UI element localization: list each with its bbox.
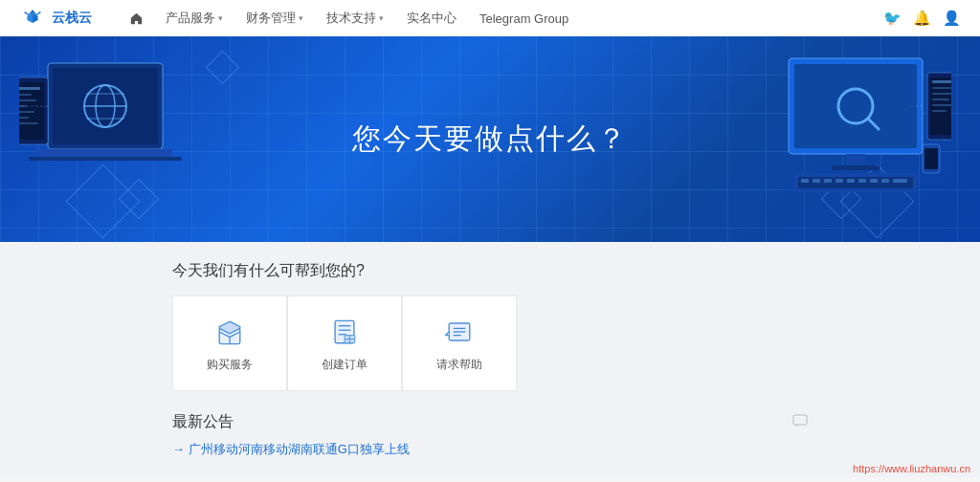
- svg-rect-37: [924, 148, 938, 169]
- monitor-illustration: [760, 54, 951, 221]
- svg-rect-42: [932, 93, 951, 95]
- chevron-down-icon: ▾: [379, 13, 384, 23]
- svg-rect-24: [832, 165, 880, 170]
- announcements-title: 最新公告: [172, 412, 234, 432]
- nav-realname[interactable]: 实名中心: [397, 6, 466, 31]
- hero-title: 您今天要做点什么？: [352, 120, 628, 159]
- svg-rect-12: [19, 94, 32, 96]
- svg-rect-45: [932, 110, 947, 112]
- svg-rect-33: [870, 179, 878, 183]
- box-icon: [212, 315, 247, 349]
- svg-rect-30: [835, 179, 843, 183]
- diamond-decoration: [206, 51, 239, 84]
- svg-rect-32: [858, 179, 866, 183]
- svg-rect-7: [38, 149, 172, 157]
- chat-icon: [792, 414, 808, 430]
- svg-rect-8: [29, 157, 182, 161]
- chevron-down-icon: ▾: [299, 13, 303, 23]
- create-order-label: 创建订单: [322, 357, 368, 373]
- svg-rect-16: [19, 117, 29, 119]
- svg-rect-41: [932, 87, 951, 89]
- nav-support[interactable]: 技术支持 ▾: [317, 6, 393, 31]
- announcements-header: 最新公告: [172, 412, 808, 432]
- svg-rect-27: [801, 179, 809, 183]
- svg-rect-23: [846, 154, 865, 165]
- nav-links: 产品服务 ▾ 财务管理 ▾ 技术支持 ▾ 实名中心 Telegram Group: [121, 6, 883, 31]
- help-icon: [442, 315, 477, 349]
- user-icon[interactable]: 👤: [943, 10, 961, 27]
- buy-service-card[interactable]: 购买服务: [172, 296, 287, 391]
- svg-rect-29: [824, 179, 832, 183]
- navbar: 云栈云 产品服务 ▾ 财务管理 ▾ 技术支持 ▾ 实名中心 Telegram G…: [0, 0, 980, 36]
- svg-rect-28: [813, 179, 820, 183]
- create-order-card[interactable]: 创建订单: [287, 296, 402, 391]
- nav-finance[interactable]: 财务管理 ▾: [236, 6, 313, 31]
- svg-rect-40: [932, 80, 951, 83]
- svg-rect-15: [19, 111, 34, 113]
- nav-products[interactable]: 产品服务 ▾: [156, 6, 233, 31]
- nav-telegram[interactable]: Telegram Group: [470, 8, 578, 30]
- announcement-item[interactable]: 广州移动河南移动湖南联通G口独享上线: [172, 442, 410, 456]
- content-area: 今天我们有什么可帮到您的? 购买服务 创建订单: [0, 242, 980, 477]
- svg-rect-60: [793, 415, 807, 425]
- logo-icon: [19, 8, 46, 29]
- svg-rect-20: [794, 64, 917, 148]
- logo-text: 云栈云: [52, 10, 92, 27]
- service-cards-row: 购买服务 创建订单 请求帮助: [172, 296, 808, 391]
- svg-rect-13: [19, 99, 36, 101]
- request-help-card[interactable]: 请求帮助: [402, 296, 517, 391]
- twitter-icon[interactable]: 🐦: [883, 10, 902, 27]
- chevron-down-icon: ▾: [218, 13, 223, 23]
- nav-home[interactable]: [121, 9, 152, 29]
- request-help-label: 请求帮助: [436, 357, 482, 373]
- logo[interactable]: 云栈云: [19, 8, 92, 29]
- svg-rect-31: [847, 179, 855, 183]
- bell-icon[interactable]: 🔔: [913, 10, 931, 27]
- svg-rect-17: [19, 122, 38, 124]
- hero-banner: 您今天要做点什么？: [0, 36, 980, 242]
- laptop-illustration: [19, 54, 211, 221]
- announcement-list: 广州移动河南移动湖南联通G口独享上线: [172, 440, 808, 458]
- nav-right-icons: 🐦 🔔 👤: [883, 10, 961, 27]
- svg-rect-44: [932, 104, 951, 106]
- bottom-url: https://www.liuzhanwu.cn: [853, 463, 970, 474]
- services-title: 今天我们有什么可帮到您的?: [172, 261, 808, 281]
- order-icon: [327, 315, 362, 349]
- svg-rect-11: [19, 87, 40, 90]
- svg-rect-34: [881, 179, 889, 183]
- svg-rect-43: [932, 99, 949, 100]
- svg-rect-35: [893, 179, 907, 183]
- buy-service-label: 购买服务: [207, 357, 253, 373]
